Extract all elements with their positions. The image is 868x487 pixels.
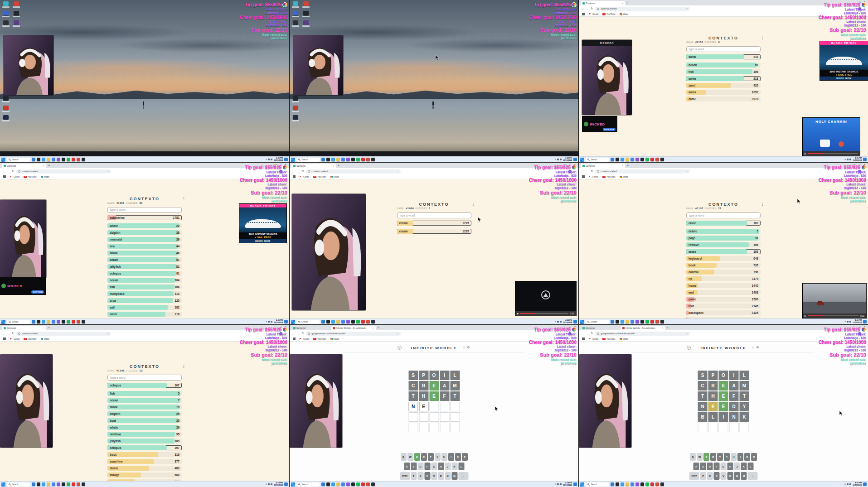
desktop-icon[interactable] <box>12 1 21 8</box>
wordle-header-icons[interactable]: ⌂⚙ <box>752 346 759 349</box>
keyboard-key[interactable]: ENTER <box>400 472 410 480</box>
taskbar-app-icon[interactable] <box>346 320 350 323</box>
bookmarks-bar[interactable]: Gmail YouTube Maps <box>579 337 868 342</box>
reload-button[interactable]: ↻ <box>591 332 593 335</box>
new-tab-button[interactable]: + <box>378 326 379 330</box>
taskbar-app-icon[interactable] <box>660 320 664 323</box>
window-controls[interactable]: — □ × <box>853 325 867 328</box>
taskbar-app-icon[interactable] <box>52 320 55 323</box>
taskbar-app-icon[interactable] <box>621 482 624 486</box>
tab-infinite-wordle[interactable]: Infinite Wordle - An unlimited...× <box>331 326 376 330</box>
taskbar-app-icon[interactable] <box>630 320 634 323</box>
forward-button[interactable]: → <box>7 170 10 173</box>
close-tab-icon[interactable]: × <box>373 327 374 329</box>
taskbar-app-icon[interactable] <box>366 482 370 486</box>
wordle-header-icons[interactable]: ⌂⚙ <box>463 346 470 349</box>
system-tray[interactable]: ^ <box>266 320 272 323</box>
apps-grid-icon[interactable] <box>582 13 585 15</box>
taskbar-app-icon[interactable] <box>37 320 40 323</box>
back-button[interactable]: ← <box>581 7 584 10</box>
browser-toolbar[interactable]: ← → ↻ i contexto.me/en/ ☆ ⋮ <box>290 168 578 174</box>
taskbar-app-icon[interactable] <box>650 482 654 486</box>
windows-taskbar[interactable]: Search ^ 4:45 PM11/19/2024 <box>290 156 578 162</box>
taskbar-search[interactable]: Search <box>586 320 609 324</box>
keyboard-key[interactable]: B <box>438 472 444 480</box>
taskbar-app-icon[interactable] <box>645 158 649 161</box>
start-button[interactable] <box>580 320 584 324</box>
bookmark-youtube[interactable]: YouTube <box>602 338 616 340</box>
word-input[interactable] <box>107 207 182 213</box>
desktop-icon[interactable] <box>291 20 300 27</box>
browser-toolbar[interactable]: ← → ↻ i contexto.me/en/ ☆ ⋮ <box>579 5 868 12</box>
taskbar-app-icon[interactable] <box>655 482 659 486</box>
keyboard-key[interactable]: T <box>717 453 723 461</box>
keyboard-key[interactable]: ← <box>458 472 468 480</box>
site-info-icon[interactable]: i <box>597 333 599 335</box>
browser-tab-strip[interactable]: Contexto × + — □ × <box>579 0 868 5</box>
wicked-ad[interactable]: WICKED SHOP NOW <box>582 116 617 132</box>
taskbar-app-icon[interactable] <box>336 482 340 486</box>
forward-button[interactable]: → <box>586 170 589 173</box>
close-tab-icon[interactable]: × <box>43 164 44 167</box>
reload-button[interactable]: ↻ <box>591 169 593 173</box>
back-button[interactable]: ← <box>292 332 295 335</box>
taskbar-app-icon[interactable] <box>635 320 639 323</box>
site-info-icon[interactable]: i <box>18 170 20 173</box>
tab-contexto[interactable]: Contexto × <box>581 164 625 168</box>
taskbar-app-icon[interactable] <box>326 320 330 323</box>
keyboard-key[interactable]: A <box>404 463 410 470</box>
taskbar-clock[interactable]: 4:45 PM11/19/2024 <box>274 157 283 162</box>
progress-bar[interactable] <box>808 153 858 154</box>
keyboard-key[interactable]: O <box>455 453 461 461</box>
taskbar-app-icon[interactable] <box>321 320 325 323</box>
taskbar-clock[interactable]: 4:54 PM11/19/2024 <box>563 482 572 487</box>
desktop-icon[interactable] <box>291 11 300 17</box>
taskbar-search[interactable]: Search <box>586 482 609 487</box>
taskbar-app-icon[interactable] <box>356 320 360 323</box>
home-icon[interactable]: ⌂ <box>463 346 465 349</box>
kebab-menu-icon[interactable]: ⋮ <box>472 203 475 206</box>
bookmarks-bar[interactable]: Gmail YouTube Maps <box>579 12 868 17</box>
bookmark-gmail[interactable]: Gmail <box>300 175 309 178</box>
taskbar-app-icon[interactable] <box>361 320 365 323</box>
taskbar-app-icon[interactable] <box>42 320 45 323</box>
close-tab-icon[interactable]: × <box>622 2 623 5</box>
keyboard-key[interactable]: K <box>451 463 457 470</box>
new-tab-button[interactable]: + <box>627 164 629 168</box>
taskbar-app-icon[interactable] <box>331 158 335 161</box>
forward-button[interactable]: → <box>297 332 300 335</box>
taskbar-app-icon[interactable] <box>645 320 649 323</box>
start-button[interactable] <box>291 320 295 324</box>
browser-tab-strip[interactable]: Contexto × + — □ × <box>0 163 289 168</box>
keyboard-key[interactable]: H <box>438 463 444 470</box>
start-button[interactable] <box>291 482 295 487</box>
taskbar-app-icon[interactable] <box>346 158 350 161</box>
bookmark-maps[interactable]: Maps <box>620 13 628 15</box>
desktop-icon[interactable] <box>301 1 310 8</box>
bookmark-gmail[interactable]: Gmail <box>589 13 598 15</box>
bookmark-gmail[interactable]: Gmail <box>300 338 309 340</box>
system-tray[interactable]: ^ <box>844 483 851 486</box>
url-bar[interactable]: i contexto.me/en/ ☆ <box>16 332 111 336</box>
reload-button[interactable]: ↻ <box>12 332 14 335</box>
window-controls[interactable]: — □ × <box>274 163 288 166</box>
keyboard-key[interactable]: V <box>721 472 727 480</box>
taskbar-app-icon[interactable] <box>82 320 85 323</box>
taskbar-app-icon[interactable] <box>351 482 355 486</box>
taskbar-app-icon[interactable] <box>660 158 664 161</box>
taskbar-app-icon[interactable] <box>62 320 65 323</box>
site-info-icon[interactable]: i <box>597 8 599 10</box>
bookmark-gmail[interactable]: Gmail <box>10 175 19 178</box>
browser-menu-icon[interactable]: ⋮ <box>573 332 577 335</box>
video-controls[interactable]: ▶0:05 <box>515 311 576 316</box>
close-tab-icon[interactable]: × <box>333 164 334 167</box>
keyboard-key[interactable]: E <box>414 453 420 461</box>
taskbar-app-icon[interactable] <box>57 482 60 486</box>
bookmark-star-icon[interactable]: ☆ <box>397 332 398 335</box>
taskbar-app-icon[interactable] <box>621 158 624 161</box>
video-controls[interactable]: ▶0:11 <box>803 313 866 318</box>
taskbar-app-icon[interactable] <box>611 482 614 486</box>
taskbar-app-icon[interactable] <box>67 482 70 486</box>
bookmarks-bar[interactable]: Gmail YouTube Maps <box>579 174 868 179</box>
taskbar-app-icon[interactable] <box>326 158 330 161</box>
